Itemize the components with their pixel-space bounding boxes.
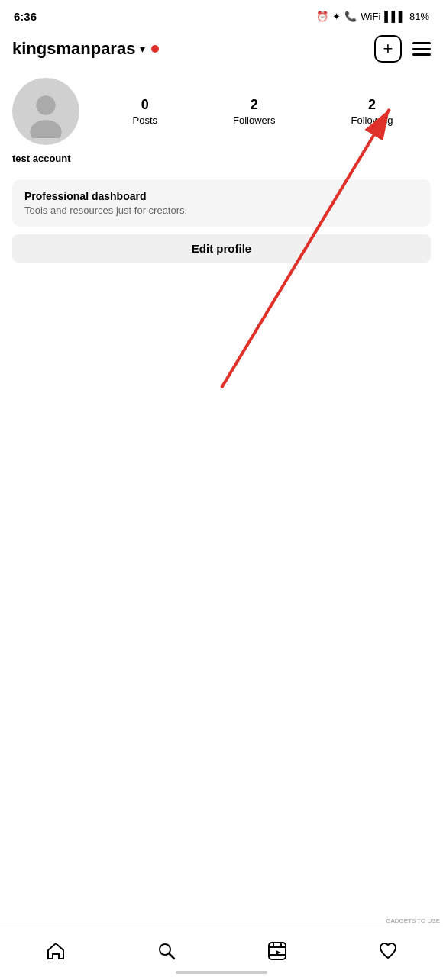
status-time: 6:36 <box>14 10 37 23</box>
display-name: test account <box>12 153 431 164</box>
posts-count: 0 <box>141 97 149 113</box>
header-right: + <box>374 35 431 63</box>
call-icon: 📞 <box>344 11 357 22</box>
pro-dashboard-card[interactable]: Professional dashboard Tools and resourc… <box>12 179 431 227</box>
status-bar: 6:36 ⏰ ✦ 📞 WiFi ▌▌▌ 81% <box>0 0 443 29</box>
posts-stat[interactable]: 0 Posts <box>132 97 157 126</box>
reels-icon <box>267 940 288 962</box>
bottom-indicator <box>176 971 267 974</box>
nav-search-button[interactable] <box>147 936 186 966</box>
following-label: Following <box>351 114 393 126</box>
followers-stat[interactable]: 2 Followers <box>233 97 276 126</box>
live-dot-icon <box>151 45 159 53</box>
pro-dashboard-subtitle: Tools and resources just for creators. <box>24 205 419 216</box>
signal-icon: ▌▌▌ <box>384 11 406 22</box>
nav-reels-button[interactable] <box>258 936 296 966</box>
nav-home-button[interactable] <box>37 936 75 966</box>
avatar-svg <box>19 85 73 138</box>
following-stat[interactable]: 2 Following <box>351 97 393 126</box>
username-label: kingsmanparas <box>12 39 135 59</box>
search-icon <box>156 940 177 962</box>
stats-row: 0 Posts 2 Followers 2 Following <box>95 97 431 126</box>
menu-button[interactable] <box>412 42 431 56</box>
avatar[interactable] <box>12 78 79 145</box>
header-left: kingsmanparas ▾ <box>12 39 159 59</box>
home-icon <box>45 940 66 962</box>
following-count: 2 <box>368 97 376 113</box>
svg-line-6 <box>169 953 174 959</box>
nav-heart-button[interactable] <box>369 936 407 966</box>
add-icon: + <box>374 35 402 63</box>
edit-profile-button[interactable]: Edit profile <box>12 234 431 263</box>
pro-dashboard-title: Professional dashboard <box>24 190 419 202</box>
battery-icon: 81% <box>409 11 429 22</box>
add-post-button[interactable]: + <box>374 35 402 63</box>
bluetooth-icon: ✦ <box>332 11 341 22</box>
alarm-icon: ⏰ <box>316 11 328 22</box>
hamburger-icon <box>412 42 431 56</box>
chevron-down-icon[interactable]: ▾ <box>140 43 145 55</box>
posts-label: Posts <box>132 114 157 126</box>
followers-label: Followers <box>233 114 276 126</box>
profile-section: 0 Posts 2 Followers 2 Following test acc… <box>0 69 443 170</box>
profile-header: kingsmanparas ▾ + <box>0 29 443 69</box>
profile-info-row: 0 Posts 2 Followers 2 Following <box>12 78 431 145</box>
heart-icon <box>377 940 399 962</box>
svg-point-1 <box>36 95 55 114</box>
watermark: GADGETS TO USE <box>386 917 440 925</box>
followers-count: 2 <box>251 97 258 113</box>
wifi-icon: WiFi <box>361 11 380 22</box>
status-icons: ⏰ ✦ 📞 WiFi ▌▌▌ 81% <box>316 11 429 22</box>
